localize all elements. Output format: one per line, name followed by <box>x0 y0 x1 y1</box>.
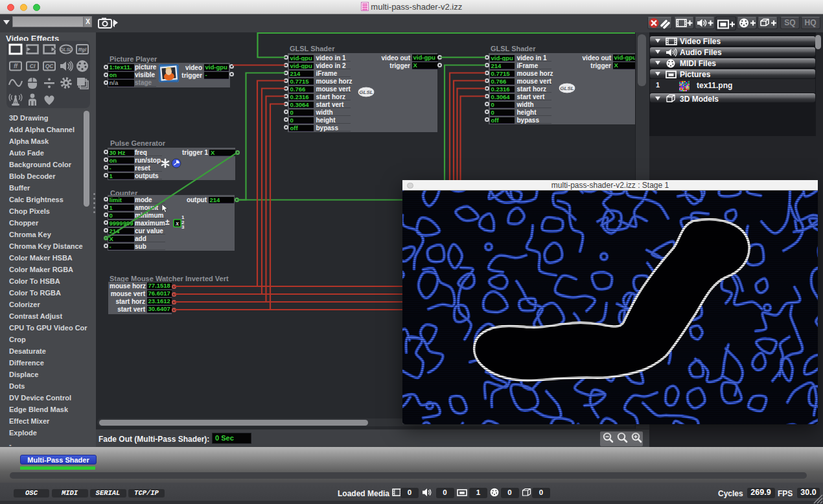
svg-text:ff: ff <box>14 63 18 69</box>
svg-text:QC: QC <box>45 63 54 69</box>
svg-text:GLSL: GLSL <box>60 47 72 52</box>
svg-text:CI: CI <box>29 63 35 69</box>
svg-text:ffgl: ffgl <box>78 47 87 52</box>
